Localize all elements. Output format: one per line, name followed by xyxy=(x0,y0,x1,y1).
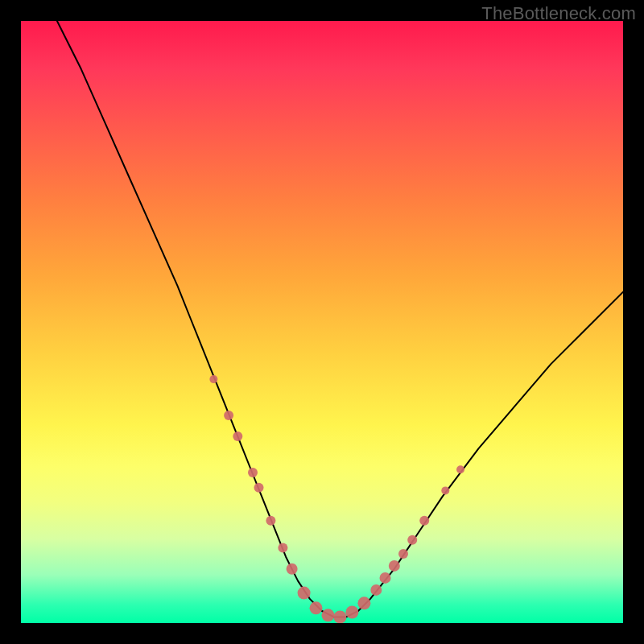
highlight-point xyxy=(419,516,429,526)
highlight-point xyxy=(441,486,449,494)
highlight-point xyxy=(333,611,346,624)
highlight-point xyxy=(456,465,464,473)
highlight-point xyxy=(322,609,335,621)
highlight-point xyxy=(233,431,242,441)
highlight-point xyxy=(345,606,358,619)
highlight-point xyxy=(266,516,275,526)
highlight-point xyxy=(298,587,311,600)
highlight-point xyxy=(287,564,298,575)
highlight-point xyxy=(209,375,217,383)
highlight-point xyxy=(310,601,323,614)
highlight-point xyxy=(370,584,382,596)
highlight-point xyxy=(380,572,391,584)
highlight-point xyxy=(389,560,400,572)
plot-area xyxy=(21,21,623,623)
chart-svg xyxy=(21,21,623,623)
highlight-point xyxy=(278,543,287,553)
bottleneck-curve xyxy=(57,21,623,617)
highlight-point xyxy=(407,535,417,545)
highlight-point xyxy=(248,468,258,477)
highlight-point xyxy=(224,411,233,420)
watermark-text: TheBottleneck.com xyxy=(481,3,636,24)
highlight-point xyxy=(357,597,370,609)
chart-frame: TheBottleneck.com xyxy=(0,0,644,644)
highlight-point xyxy=(254,483,264,493)
highlight-point xyxy=(398,549,408,559)
